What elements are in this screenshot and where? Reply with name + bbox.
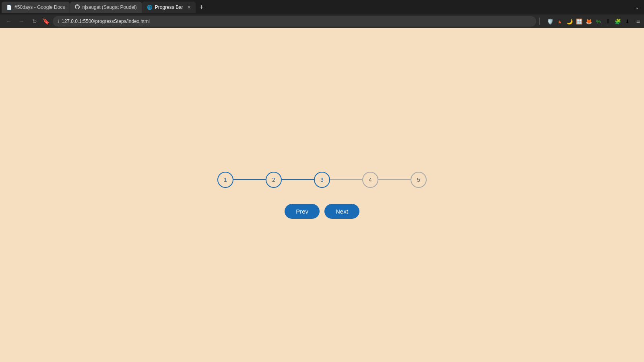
step-5: 5 <box>411 172 427 188</box>
download-icon[interactable]: ⬇ <box>623 17 632 25</box>
step-3: 3 <box>314 172 330 188</box>
step-4-label: 4 <box>369 177 372 183</box>
step-1-label: 1 <box>224 177 227 183</box>
browser-menu-button[interactable]: ≡ <box>636 18 640 25</box>
tab-progressbar[interactable]: 🌐 Progress Bar ✕ <box>142 2 196 13</box>
url-text: 127.0.0.1:5500/progressSteps/index.html <box>62 19 150 24</box>
connector-3-4 <box>330 179 362 180</box>
metamask-icon[interactable]: 🦊 <box>585 17 593 25</box>
prev-button[interactable]: Prev <box>285 204 320 219</box>
url-lock-icon: ℹ <box>58 19 59 24</box>
puzzle-icon[interactable]: 🧩 <box>614 17 622 25</box>
step-2: 2 <box>266 172 282 188</box>
forward-button[interactable]: → <box>17 16 27 26</box>
tab-github-label: njsaugat (Saugat Poudel) <box>82 4 136 10</box>
page-content: 1 2 3 4 5 <box>0 28 644 362</box>
browser-chrome: 📄 #50days - Google Docs njsaugat (Saugat… <box>0 0 644 28</box>
cursor-icon[interactable]: 𝕀 <box>604 17 612 25</box>
percent-icon[interactable]: % <box>594 17 603 25</box>
windows-icon[interactable]: 🪟 <box>575 17 583 25</box>
tab-progressbar-icon: 🌐 <box>147 5 153 10</box>
step-3-label: 3 <box>320 177 324 183</box>
tab-github[interactable]: njsaugat (Saugat Poudel) <box>70 2 141 13</box>
connector-4-5 <box>378 179 411 180</box>
connector-2-3 <box>282 179 314 180</box>
step-5-label: 5 <box>417 177 420 183</box>
url-host: 127.0.0.1 <box>62 19 82 24</box>
tab-bar: 📄 #50days - Google Docs njsaugat (Saugat… <box>0 0 644 14</box>
progress-container: 1 2 3 4 5 <box>217 172 427 219</box>
step-2-label: 2 <box>272 177 275 183</box>
address-bar: ← → ↻ 🔖 ℹ 127.0.0.1:5500/progressSteps/i… <box>0 14 644 28</box>
tab-github-icon <box>75 4 80 10</box>
buttons-container: Prev Next <box>285 204 359 219</box>
more-tabs-button[interactable]: ⌄ <box>632 4 642 10</box>
tab-docs-label: #50days - Google Docs <box>14 4 65 10</box>
tab-docs-icon: 📄 <box>6 5 12 10</box>
step-4: 4 <box>362 172 378 188</box>
url-bar[interactable]: ℹ 127.0.0.1:5500/progressSteps/index.htm… <box>53 16 536 27</box>
brave-shield-icon[interactable]: 🛡️ <box>546 17 554 25</box>
toolbar-separator <box>539 18 540 25</box>
reload-button[interactable]: ↻ <box>30 16 39 26</box>
back-button[interactable]: ← <box>4 16 14 26</box>
bookmark-button[interactable]: 🔖 <box>43 18 50 25</box>
tab-progressbar-close[interactable]: ✕ <box>187 5 191 10</box>
steps-container: 1 2 3 4 5 <box>217 172 427 188</box>
step-1: 1 <box>217 172 233 188</box>
connector-1-2 <box>233 179 266 180</box>
tab-progressbar-label: Progress Bar <box>155 4 183 10</box>
rewards-icon[interactable]: ▲ <box>556 17 564 25</box>
next-button[interactable]: Next <box>324 204 359 219</box>
moon-icon[interactable]: 🌙 <box>566 17 574 25</box>
tab-docs[interactable]: 📄 #50days - Google Docs <box>2 2 70 13</box>
new-tab-button[interactable]: + <box>196 2 207 13</box>
browser-extensions: 🛡️ ▲ 🌙 🪟 🦊 % 𝕀 🧩 ⬇ <box>546 17 632 25</box>
url-path: :5500/progressSteps/index.html <box>82 19 150 24</box>
